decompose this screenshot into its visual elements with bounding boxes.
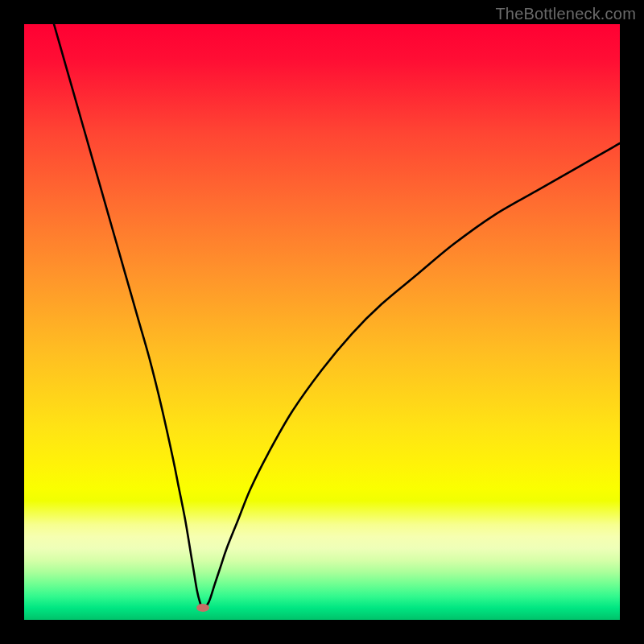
chart-frame: TheBottleneck.com [0,0,644,644]
plot-area [24,24,620,620]
bottleneck-curve [24,24,620,620]
optimal-point-marker [196,604,209,612]
watermark-label: TheBottleneck.com [495,5,636,23]
